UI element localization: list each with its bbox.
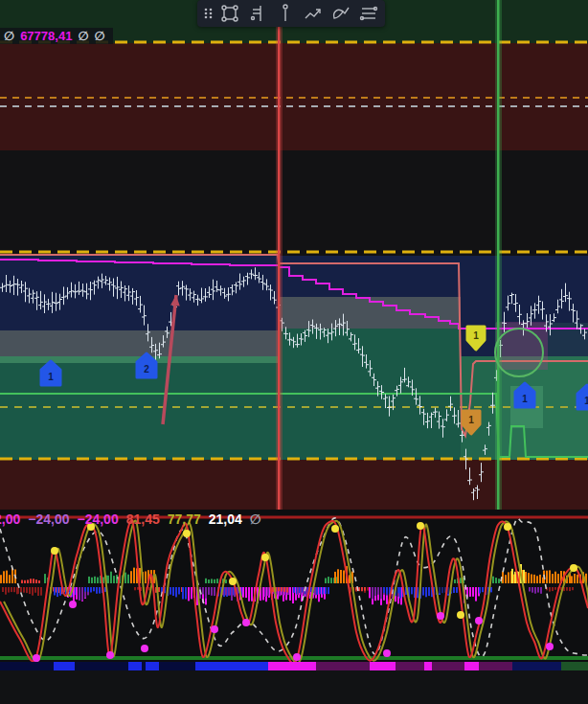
indicator-value-4: 77,77: [168, 511, 201, 527]
strip-segment-navy: [0, 662, 54, 670]
trading-chart-window: 121111 ∅67778,41∅∅ 2,00−24,00−24,0081,45…: [0, 0, 588, 704]
strip-segment-magenta: [424, 662, 432, 670]
shield-marker-label: 2: [144, 364, 149, 375]
strip-segment-purple: [432, 662, 464, 670]
indicator-value-0: 2,00: [0, 511, 20, 527]
drag-handle-icon[interactable]: [201, 2, 215, 25]
navy-band-mid: [279, 256, 461, 297]
shield-marker-label: 1: [522, 394, 528, 404]
signal-histogram: [0, 564, 587, 605]
rectangle-draw-tool[interactable]: [216, 2, 242, 25]
indicator-value-1: −24,00: [28, 511, 69, 527]
indicator-value-2: −24,00: [77, 511, 118, 527]
empty-set-symbol: ∅: [78, 29, 88, 43]
trend-arrow-tool[interactable]: [300, 2, 326, 25]
vertical-line-tool[interactable]: [272, 2, 298, 25]
gray-band-left: [0, 330, 279, 356]
strip-segment-purple: [316, 662, 370, 670]
shield-marker-label: 1: [48, 372, 54, 382]
strip-segment-navy: [159, 662, 195, 670]
indicator-value-3: 81,45: [126, 511, 160, 527]
strip-segment-magenta: [370, 662, 396, 670]
forecast-flag-tool[interactable]: [244, 2, 270, 25]
drawing-toolbar: [197, 0, 385, 27]
price-chart-canvas: 121111: [0, 0, 588, 510]
price-pane: 121111 ∅67778,41∅∅: [0, 0, 588, 510]
shield-marker-label: 1: [584, 396, 588, 406]
indicator-values-row: 2,00−24,00−24,0081,4577,7721,04∅: [0, 511, 261, 527]
red-vertical-line[interactable]: [278, 25, 281, 510]
strip-segment-blue: [128, 662, 142, 670]
indicator-value-6: ∅: [250, 511, 261, 527]
strip-segment-magenta: [268, 662, 316, 670]
strip-segment-blue: [146, 662, 159, 670]
tag-marker-label: 1: [468, 415, 474, 425]
indicator-value-5: 21,04: [209, 511, 242, 527]
signal-strip: [0, 662, 588, 670]
strip-segment-navy2: [512, 662, 561, 670]
price-level-value: 67778,41: [20, 29, 72, 43]
price-level-label: ∅67778,41∅∅: [0, 28, 113, 44]
navy-band-left: [0, 256, 279, 330]
green-vertical-line[interactable]: [497, 0, 500, 510]
strip-segment-navy: [75, 662, 128, 670]
empty-set-symbol: ∅: [95, 29, 105, 43]
empty-set-symbol: ∅: [4, 29, 14, 43]
strip-segment-purple: [396, 662, 424, 670]
bottom-gutter: [0, 670, 588, 704]
strip-segment-blue: [54, 662, 75, 670]
tag-marker-label: 1: [473, 330, 479, 341]
parallel-lines-tool[interactable]: [355, 2, 381, 25]
strip-segment-purple: [479, 662, 512, 670]
strip-segment-blue: [195, 662, 268, 670]
oscillator-canvas: [0, 510, 588, 662]
brush-check-tool[interactable]: [328, 2, 353, 25]
oscillator-pane: 2,00−24,00−24,0081,4577,7721,04∅: [0, 510, 588, 662]
strip-segment-green: [561, 662, 588, 670]
highlight-circle-drawing[interactable]: [495, 329, 543, 376]
strip-segment-magenta: [464, 662, 479, 670]
